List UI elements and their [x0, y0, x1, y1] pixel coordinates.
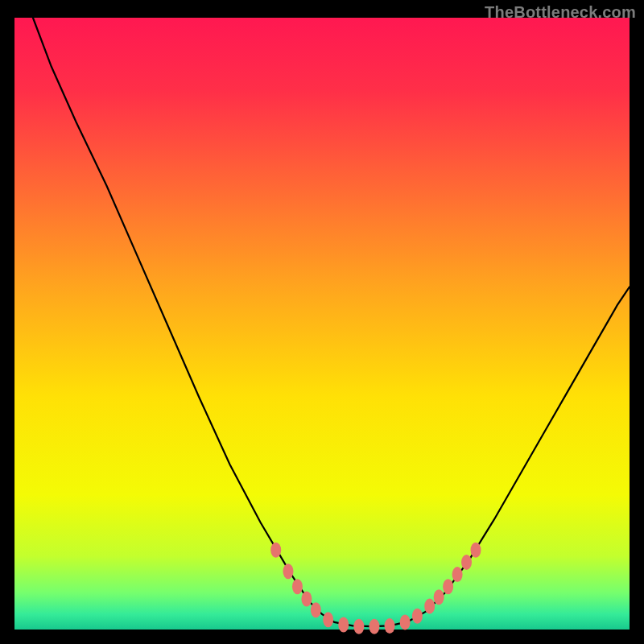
data-marker: [270, 543, 281, 558]
plot-background: [14, 18, 630, 630]
data-marker: [400, 614, 411, 630]
data-marker: [292, 579, 303, 594]
data-marker: [412, 609, 423, 624]
data-marker: [461, 555, 472, 570]
bottleneck-chart: [0, 0, 644, 644]
data-marker: [434, 589, 444, 605]
data-marker: [443, 579, 453, 594]
data-marker: [424, 599, 435, 614]
data-marker: [323, 612, 333, 627]
data-marker: [283, 564, 293, 579]
data-marker: [471, 543, 481, 558]
data-marker: [301, 592, 312, 607]
chart-container: TheBottleneck.com: [0, 0, 644, 644]
data-marker: [385, 618, 395, 634]
attribution-label: TheBottleneck.com: [485, 3, 636, 22]
data-marker: [338, 617, 349, 632]
data-marker: [369, 619, 379, 634]
data-marker: [353, 619, 364, 634]
plot-area: [14, 18, 630, 634]
data-marker: [452, 567, 463, 582]
data-marker: [311, 602, 321, 617]
